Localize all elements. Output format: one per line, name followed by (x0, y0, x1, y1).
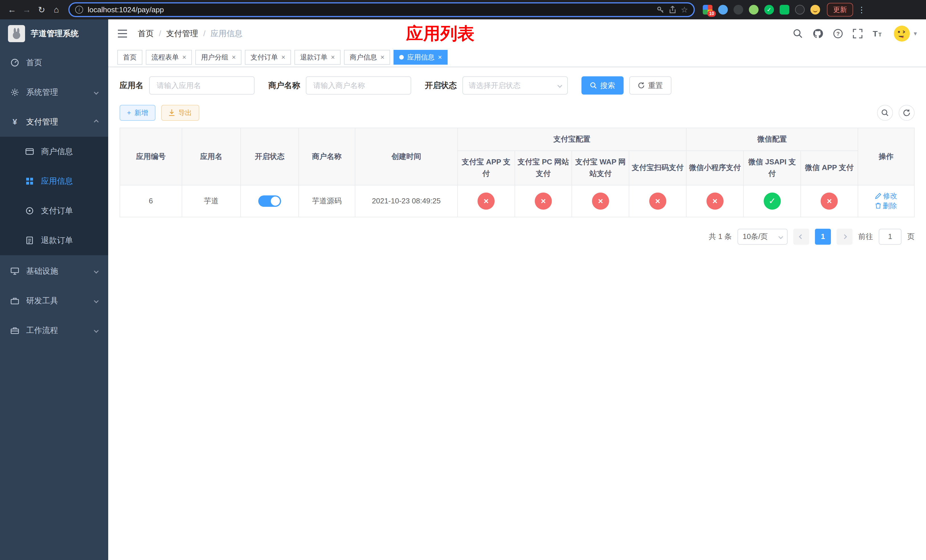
wechat-mini-status-icon: × (707, 192, 723, 210)
active-dot (399, 55, 404, 59)
col-alipay-qr: 支付宝扫码支付 (629, 151, 686, 185)
prev-page-button[interactable] (793, 229, 809, 245)
sidebar-item-home[interactable]: 首页 (0, 48, 108, 77)
sidebar-item-app-info[interactable]: 应用信息 (0, 166, 108, 196)
search-button[interactable]: 搜索 (581, 76, 623, 95)
tags-view-bar: 首页 流程表单× 用户分组× 支付订单× 退款订单× 商户信息× 应用信息× (108, 48, 926, 67)
sidebar-item-label: 支付管理 (26, 117, 58, 127)
col-alipay-pc: 支付宝 PC 网站支付 (515, 151, 572, 185)
sidebar-item-dev-tools[interactable]: 研发工具 (0, 286, 108, 316)
dark-extension-icon[interactable] (734, 5, 743, 15)
sidebar-item-pay[interactable]: ¥ 支付管理 (0, 107, 108, 137)
green-check-extension-icon[interactable]: ✓ (764, 5, 774, 15)
close-icon[interactable]: × (232, 54, 236, 61)
svg-text:?: ? (836, 31, 840, 37)
share-icon[interactable] (669, 6, 676, 14)
user-menu[interactable]: ▾ (893, 25, 917, 42)
page-title: 应用列表 (406, 22, 474, 45)
sidebar-item-merchant-info[interactable]: 商户信息 (0, 137, 108, 166)
sidebar-item-label: 商户信息 (41, 146, 73, 157)
sidebar-item-refund-order[interactable]: 退款订单 (0, 226, 108, 255)
avatar-extension-icon[interactable] (749, 5, 758, 15)
puzzle-extension-icon[interactable] (795, 5, 805, 15)
sidebar-item-infra[interactable]: 基础设施 (0, 256, 108, 286)
close-icon[interactable]: × (331, 54, 335, 61)
fullscreen-icon[interactable] (853, 29, 862, 38)
browser-home-button[interactable]: ⌂ (49, 2, 64, 17)
toggle-search-button[interactable] (877, 105, 893, 121)
status-label: 开启状态 (425, 80, 457, 91)
export-button[interactable]: 导出 (161, 105, 199, 121)
close-icon[interactable]: × (380, 54, 384, 61)
page-number-button[interactable]: 1 (815, 229, 831, 245)
reset-button[interactable]: 重置 (629, 76, 672, 95)
refresh-button[interactable] (899, 105, 915, 121)
github-icon[interactable] (813, 28, 823, 39)
delete-link[interactable]: 删除 (875, 201, 897, 210)
chevron-down-icon (558, 83, 562, 88)
wechat-app-status-icon: × (821, 192, 838, 210)
breadcrumb-home[interactable]: 首页 (138, 28, 154, 39)
tab-pay-order[interactable]: 支付订单× (245, 50, 291, 65)
tab-refund-order[interactable]: 退款订单× (294, 50, 340, 65)
next-page-button[interactable] (837, 229, 853, 245)
tab-home[interactable]: 首页 (117, 50, 142, 65)
sidebar-item-pay-order[interactable]: 支付订单 (0, 196, 108, 226)
bookmark-star-icon[interactable]: ☆ (681, 5, 688, 15)
yen-icon: ¥ (10, 117, 20, 127)
close-icon[interactable]: × (281, 54, 285, 61)
emoji-extension-icon[interactable] (810, 5, 820, 15)
tab-process-form[interactable]: 流程表单× (146, 50, 192, 65)
chat-extension-icon[interactable] (780, 5, 789, 15)
avatar-caret-icon: ▾ (914, 30, 917, 37)
sidebar-item-system[interactable]: 系统管理 (0, 77, 108, 107)
status-select[interactable]: 请选择开启状态 (462, 76, 568, 95)
site-info-icon[interactable]: i (75, 6, 83, 14)
table-row: 6 芋道 芋道源码 2021-10-23 08:49:25 × × × × × … (120, 185, 914, 217)
sidebar-item-label: 研发工具 (26, 295, 58, 306)
tab-merchant-info[interactable]: 商户信息× (344, 50, 390, 65)
close-icon[interactable]: × (438, 54, 442, 61)
app-logo[interactable]: 芋道管理系统 (0, 20, 108, 48)
browser-back-button[interactable]: ← (5, 2, 20, 17)
breadcrumb-current: 应用信息 (211, 28, 243, 39)
browser-reload-button[interactable]: ↻ (34, 2, 49, 17)
gear-icon (10, 88, 20, 97)
tab-app-info[interactable]: 应用信息× (393, 50, 448, 65)
edit-link[interactable]: 修改 (875, 191, 897, 201)
alipay-qr-status-icon: × (649, 192, 666, 210)
browser-forward-button[interactable]: → (20, 2, 34, 17)
table-tools (877, 105, 915, 121)
col-created: 创建时间 (355, 128, 458, 185)
address-bar[interactable]: i localhost:1024/pay/app ☆ (68, 2, 695, 17)
sidebar-item-workflow[interactable]: 工作流程 (0, 316, 108, 345)
merchant-name-input[interactable] (306, 76, 411, 95)
col-alipay-wap: 支付宝 WAP 网站支付 (572, 151, 629, 185)
status-toggle[interactable] (258, 195, 281, 207)
sidebar-item-label: 工作流程 (26, 325, 58, 336)
blue-drop-extension-icon[interactable] (718, 5, 728, 15)
alipay-wap-status-icon: × (592, 192, 609, 210)
app-table: 应用编号 应用名 开启状态 商户名称 创建时间 支付宝配置 微信配置 操作 支付… (120, 128, 915, 217)
browser-update-button[interactable]: 更新 (827, 3, 853, 17)
browser-menu-icon[interactable]: ⋮ (858, 5, 865, 15)
page-size-select[interactable]: 10条/页 (737, 229, 788, 245)
breadcrumb-pay[interactable]: 支付管理 (166, 28, 198, 39)
add-button[interactable]: + 新增 (120, 105, 156, 121)
password-key-icon[interactable] (656, 6, 664, 14)
sidebar-collapse-icon[interactable] (117, 29, 129, 38)
tab-user-group[interactable]: 用户分组× (195, 50, 242, 65)
cell-merchant: 芋道源码 (299, 185, 355, 217)
grid-icon (25, 177, 34, 185)
sidebar-item-label: 系统管理 (26, 87, 58, 98)
url-text[interactable]: localhost:1024/pay/app (88, 5, 652, 14)
app-name-input[interactable] (149, 76, 254, 95)
font-size-icon[interactable]: TT (872, 29, 884, 38)
help-icon[interactable]: ? (833, 29, 843, 39)
search-icon[interactable] (793, 29, 803, 38)
close-icon[interactable]: × (182, 54, 186, 61)
goto-page-input[interactable] (879, 229, 902, 245)
col-merchant: 商户名称 (299, 128, 355, 185)
col-wechat-jsapi: 微信 JSAPI 支付 (743, 151, 801, 185)
extensions-grid-icon[interactable]: 10 (703, 5, 713, 15)
